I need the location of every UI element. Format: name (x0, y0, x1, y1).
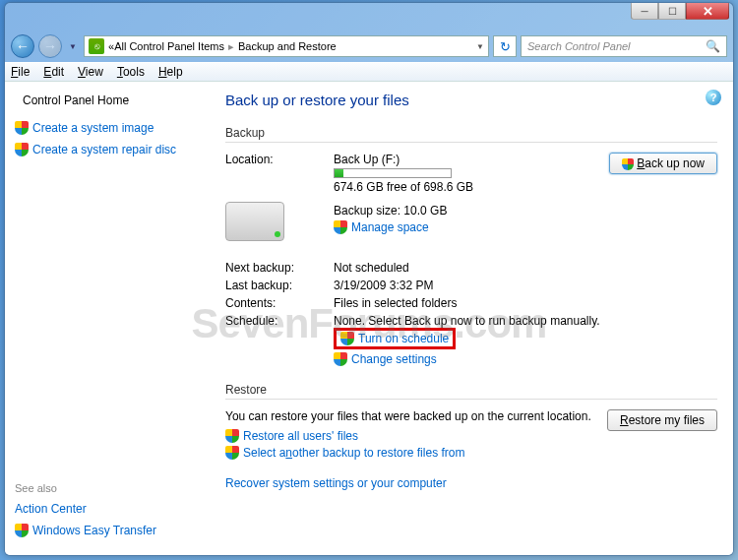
see-also-section: See also Action Center Windows Easy Tran… (15, 482, 192, 545)
next-backup-value: Not scheduled (334, 261, 717, 275)
change-settings-link[interactable]: Change settings (351, 352, 437, 366)
search-input[interactable]: Search Control Panel 🔍 (521, 35, 727, 57)
last-backup-value: 3/19/2009 3:32 PM (334, 279, 717, 292)
see-also-header: See also (15, 482, 192, 494)
shield-icon (15, 121, 29, 135)
sidebar: Control Panel Home Create a system image… (5, 82, 202, 555)
create-repair-disc-link[interactable]: Create a system repair disc (15, 143, 192, 156)
main-panel: ? Back up or restore your files Backup B… (202, 82, 733, 555)
minimize-button[interactable]: ─ (631, 2, 658, 20)
free-space-text: 674.6 GB free of 698.6 GB (334, 180, 609, 194)
windows-easy-transfer-link[interactable]: Windows Easy Transfer (15, 524, 192, 537)
backup-header: Backup (225, 126, 717, 143)
page-title: Back up or restore your files (225, 92, 717, 108)
shield-icon (340, 332, 354, 345)
disk-usage-bar (334, 168, 452, 178)
titlebar: ─ ☐ ✕ (5, 3, 733, 31)
maximize-button[interactable]: ☐ (658, 2, 686, 20)
restore-header: Restore (225, 383, 717, 400)
content-area: Control Panel Home Create a system image… (5, 82, 733, 555)
address-bar: ← → ▼ ⎋ « All Control Panel Items ▸ Back… (5, 31, 733, 62)
breadcrumb-parent[interactable]: All Control Panel Items (114, 40, 224, 52)
window: ─ ☐ ✕ ← → ▼ ⎋ « All Control Panel Items … (4, 2, 734, 556)
restore-all-users-link[interactable]: Restore all users' files (243, 429, 358, 443)
last-backup-label: Last backup: (225, 279, 334, 292)
forward-button[interactable]: → (38, 34, 62, 58)
shield-icon (622, 158, 634, 170)
shield-icon (334, 220, 347, 234)
menu-help[interactable]: Help (158, 65, 183, 79)
menu-tools[interactable]: Tools (117, 65, 145, 79)
nav-history-dropdown[interactable]: ▼ (66, 36, 80, 56)
help-icon[interactable]: ? (706, 90, 721, 105)
address-dropdown-icon[interactable]: ▼ (476, 42, 484, 51)
next-backup-label: Next backup: (225, 261, 334, 275)
control-panel-icon: ⎋ (89, 38, 104, 54)
search-icon: 🔍 (706, 39, 720, 53)
shield-icon (15, 524, 29, 537)
location-value: Back Up (F:) (334, 153, 609, 166)
shield-icon (225, 446, 239, 460)
shield-icon (15, 143, 29, 156)
menu-edit[interactable]: Edit (43, 65, 64, 79)
manage-space-link[interactable]: Manage space (351, 220, 429, 234)
shield-icon (334, 352, 347, 366)
restore-section: Restore Restore my files You can restore… (225, 383, 717, 490)
turn-on-schedule-link[interactable]: Turn on schedule (358, 332, 449, 345)
menu-view[interactable]: View (78, 65, 103, 79)
contents-value: Files in selected folders (334, 296, 717, 310)
menubar: File Edit View Tools Help (5, 62, 733, 82)
search-placeholder: Search Control Panel (527, 40, 631, 52)
select-another-backup-link[interactable]: Select another backup to restore files f… (243, 446, 464, 460)
contents-label: Contents: (225, 296, 334, 310)
recover-system-link[interactable]: Recover system settings or your computer (225, 476, 717, 490)
menu-file[interactable]: File (11, 65, 30, 79)
hard-drive-icon (225, 202, 284, 241)
breadcrumb-current[interactable]: Backup and Restore (238, 40, 337, 52)
restore-my-files-button[interactable]: Restore my files (607, 409, 717, 431)
refresh-button[interactable]: ↻ (493, 35, 517, 57)
back-button[interactable]: ← (11, 34, 34, 58)
schedule-label: Schedule: (225, 314, 334, 369)
action-center-link[interactable]: Action Center (15, 502, 192, 516)
breadcrumb-bar[interactable]: ⎋ « All Control Panel Items ▸ Backup and… (84, 35, 489, 57)
backup-now-button[interactable]: Back up now (609, 153, 717, 174)
backup-section: Backup Back up now Location: Back Up (F:… (225, 126, 717, 369)
chevron-right-icon: ▸ (228, 40, 234, 53)
schedule-value: None. Select Back up now to run backup m… (334, 314, 717, 328)
shield-icon (225, 429, 239, 443)
create-system-image-link[interactable]: Create a system image (15, 121, 192, 135)
location-label: Location: (225, 153, 334, 194)
backup-size-text: Backup size: 10.0 GB (334, 204, 717, 218)
highlighted-turn-on-schedule: Turn on schedule (334, 328, 456, 349)
close-button[interactable]: ✕ (686, 2, 729, 20)
control-panel-home-link[interactable]: Control Panel Home (15, 93, 192, 107)
